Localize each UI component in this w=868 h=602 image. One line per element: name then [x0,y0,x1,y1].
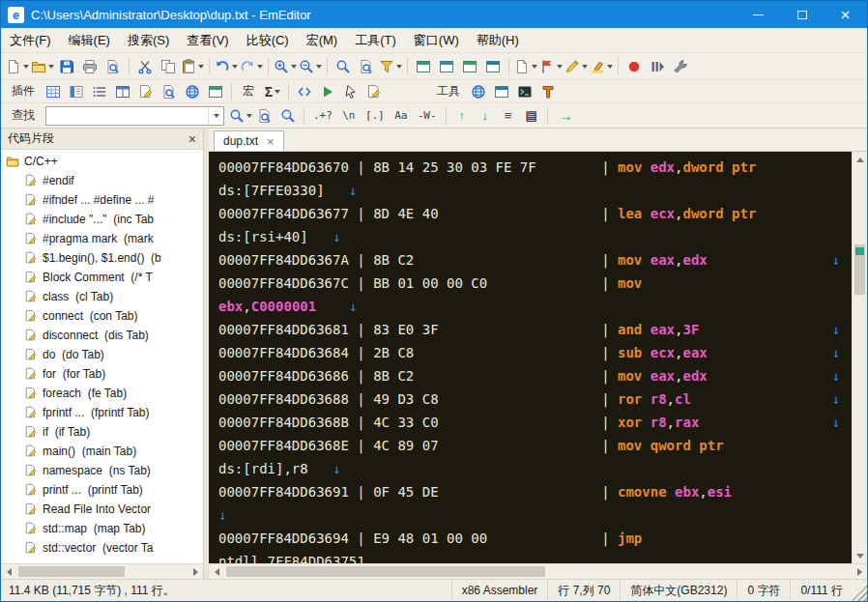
menu-item[interactable]: 查看(V) [178,28,237,52]
horizontal-scrollbar-thumb[interactable] [18,566,125,577]
tree-item[interactable]: do (do Tab) [1,345,203,364]
undo-button[interactable] [215,56,238,77]
search-go-button[interactable]: → [553,105,579,127]
tree-item[interactable]: #ifndef ... #define ... # [1,190,203,210]
editor-line[interactable]: ntdll.7FF84DD63751 [218,550,840,563]
scroll-right-arrow[interactable] [852,564,867,579]
plugin-snippets-button[interactable] [135,81,157,102]
combo-dropdown-icon[interactable] [208,107,223,125]
editor-line[interactable]: ds:[rdi],r8 ↓ [218,457,840,480]
split-window-button[interactable] [459,56,480,77]
tab-dup-txt[interactable]: dup.txt × [214,130,284,151]
editor-line[interactable]: 00007FF84DD63694 | E9 48 01 00 00 | jmp [218,527,840,550]
document-mode-button[interactable] [514,56,537,77]
minimize-button[interactable] [737,1,780,28]
filter-results-button[interactable]: ▤ [521,105,542,127]
search-option-button[interactable]: -W- [414,105,441,127]
zoom-out-button[interactable] [299,56,322,77]
tree-item[interactable]: class (cl Tab) [1,287,203,306]
status-cursor-position[interactable]: 行 7,列 70 [547,580,620,601]
find-previous-button[interactable]: ↑ [451,105,473,127]
redo-button[interactable] [240,56,263,77]
save-button[interactable] [56,56,77,77]
plugin-search-button[interactable] [159,81,180,102]
plugin-projects-button[interactable] [205,81,226,102]
scroll-up-arrow[interactable] [853,152,867,167]
marker-button[interactable] [564,56,588,77]
tree-item[interactable]: foreach (fe Tab) [1,384,203,403]
tree-item[interactable]: disconnect (dis Tab) [1,326,203,345]
bookmark-button[interactable] [539,56,563,77]
macro-list-button[interactable]: Σ [262,81,283,102]
editor-line[interactable]: 00007FF84DD63677 | 8D 4E 40 | lea ecx,dw… [218,202,840,225]
tree-item[interactable]: main() (main Tab) [1,442,203,461]
plugin-outline-button[interactable] [89,81,110,102]
search-option-button[interactable]: .+? [309,105,336,127]
editor-line[interactable]: 00007FF84DD63691 | 0F 45 DE | cmovne ebx… [218,480,840,503]
editor-line[interactable]: 00007FF84DD6367C | BB 01 00 00 C0 | mov [218,272,840,295]
menu-item[interactable]: 搜索(S) [119,28,178,52]
editor-line[interactable]: 00007FF84DD6367A | 8B C2 | mov eax,edx↓ [218,248,840,272]
editor-line[interactable]: ds:[rsi+40] ↓ [218,225,840,248]
print-preview-button[interactable] [102,56,124,77]
search-input[interactable] [45,106,224,126]
editor-vertical-scrollbar[interactable] [852,152,867,563]
zoom-in-button[interactable] [274,56,297,77]
open-file-button[interactable] [31,56,54,77]
tab-close-icon[interactable]: × [267,135,275,148]
close-button[interactable]: × [824,1,867,28]
find-in-files-button[interactable] [356,56,377,77]
editor-line[interactable]: ds:[7FFE0330] ↓ [218,179,840,202]
status-encoding[interactable]: 简体中文(GB2312) [620,580,737,601]
tree-item[interactable]: Read File Into Vector [1,500,203,519]
tree-item[interactable]: printf ... (printf Tab) [1,480,203,500]
tree-folder[interactable]: C/C++ [1,152,203,171]
find-next-menu-button[interactable] [229,105,252,127]
resize-grip[interactable] [853,580,867,601]
scroll-left-arrow[interactable] [209,564,224,579]
menu-item[interactable]: 工具(T) [346,28,405,52]
search-option-button[interactable]: [.] [362,105,389,127]
editor-line[interactable]: ebx,C0000001 ↓ [218,295,840,318]
horizontal-scrollbar-thumb[interactable] [226,566,545,577]
tree-item[interactable]: for (for Tab) [1,364,203,384]
menu-item[interactable]: 窗口(W) [405,28,468,52]
options-button[interactable] [670,56,691,77]
tools-browser-button[interactable] [468,81,489,102]
find-button[interactable] [333,56,354,77]
cut-button[interactable] [134,56,156,77]
arrange-window-button[interactable] [482,56,504,77]
tools-text-button[interactable] [537,81,559,102]
filter-button[interactable] [379,56,402,77]
menu-item[interactable]: 编辑(E) [60,28,119,52]
editor-line[interactable]: 00007FF84DD6368B | 4C 33 C0 | xor r8,rax… [218,411,840,434]
tree-item[interactable]: Block Comment (/* T [1,268,203,287]
editor-line[interactable]: 00007FF84DD63684 | 2B C8 | sub ecx,eax↓ [218,341,840,364]
editor-line[interactable]: 00007FF84DD63681 | 83 E0 3F | and eax,3F… [218,318,840,341]
snippets-close-button[interactable]: × [188,132,196,146]
compare-window-button[interactable] [413,56,434,77]
tree-item[interactable]: #endif [1,171,203,190]
macro-play-button[interactable] [317,81,338,102]
search-option-button[interactable]: Aa [391,105,412,127]
scroll-left-arrow[interactable] [1,564,16,579]
maximize-button[interactable] [780,1,824,28]
tree-item[interactable]: std::map (map Tab) [1,519,203,538]
print-button[interactable] [79,56,101,77]
tree-item[interactable]: connect (con Tab) [1,306,203,326]
editor-content[interactable]: 00007FF84DD63670 | 8B 14 25 30 03 FE 7F … [209,152,852,563]
snippets-horizontal-scrollbar[interactable] [1,563,203,579]
macro-pointer-button[interactable] [340,81,362,102]
find-in-document-button[interactable] [254,105,275,127]
record-macro-button[interactable] [623,56,645,77]
editor-line[interactable]: 00007FF84DD63670 | 8B 14 25 30 03 FE 7F … [218,156,840,179]
highlight-all-button[interactable]: ≡ [498,105,519,127]
new-file-button[interactable] [6,56,29,77]
macro-edit-button[interactable] [363,81,385,102]
plugin-web-preview-button[interactable] [182,81,203,102]
run-macro-button[interactable] [647,56,668,77]
editor-line[interactable]: ↓ [218,503,840,527]
find-next-button[interactable]: ↓ [475,105,496,127]
copy-button[interactable] [158,56,179,77]
tools-launch-button[interactable] [491,81,512,102]
